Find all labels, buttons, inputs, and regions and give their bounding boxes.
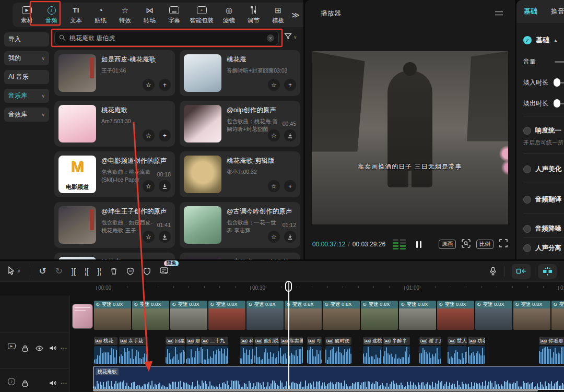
download-icon[interactable] bbox=[284, 231, 296, 243]
music-card[interactable]: 如是西皮-桃花庵歌王子01:46☆+ bbox=[54, 50, 175, 96]
toggle-audio-denoise[interactable] bbox=[523, 225, 531, 233]
mask-button[interactable] bbox=[143, 267, 151, 276]
record-mic-button[interactable] bbox=[489, 267, 497, 276]
favorite-star-icon[interactable]: ☆ bbox=[143, 79, 155, 91]
timeline-ruler[interactable]: 00:0000:3001:0001:30 bbox=[0, 282, 564, 295]
sidebar-item-music-library[interactable]: 音乐库∨ bbox=[4, 89, 49, 103]
search-bar[interactable]: × bbox=[54, 31, 279, 45]
lock-icon[interactable] bbox=[21, 343, 29, 353]
music-card[interactable]: 桃花庵~☆+ bbox=[54, 253, 175, 259]
tab-media[interactable]: ▶素材 bbox=[15, 6, 39, 25]
music-clip[interactable]: 桃花庵歌 bbox=[93, 366, 564, 390]
aspect-ratio-button[interactable]: 比例 bbox=[476, 240, 494, 250]
favorite-star-icon[interactable]: ☆ bbox=[143, 231, 155, 243]
video-clip[interactable]: ↻变速 0.8X bbox=[323, 301, 360, 330]
delete-button[interactable] bbox=[110, 267, 118, 275]
lock-icon[interactable] bbox=[21, 378, 29, 388]
speaker-icon[interactable] bbox=[48, 343, 57, 353]
subtitle-clip[interactable]: Aa这桃 bbox=[363, 337, 382, 364]
download-icon[interactable] bbox=[284, 129, 296, 141]
sidebar-item-mine[interactable]: 我的∨ bbox=[4, 51, 49, 65]
fullscreen-icon[interactable] bbox=[499, 239, 508, 250]
tab-adjust[interactable]: 调节 bbox=[241, 6, 266, 25]
music-card[interactable]: @古调今吟创作的原声包含歌曲：一花一世界-李志辉01:12☆ bbox=[180, 202, 300, 248]
delete-right-button[interactable]: ]¦ bbox=[97, 268, 101, 275]
filter-sort-button[interactable]: ∨ bbox=[284, 32, 297, 42]
playhead[interactable] bbox=[288, 282, 289, 390]
favorite-star-icon[interactable]: ☆ bbox=[268, 79, 280, 91]
delete-left-button[interactable]: ¦[ bbox=[85, 268, 89, 275]
playhead-handle[interactable] bbox=[285, 281, 292, 292]
subtitle-clip[interactable]: Aa半醉半 bbox=[383, 337, 410, 364]
tab-effects[interactable]: ☆特效 bbox=[113, 6, 137, 25]
subtitle-clip[interactable]: Aa回星 bbox=[166, 337, 185, 364]
subtitle-clip[interactable]: Aa谢了又 bbox=[419, 337, 441, 364]
music-card[interactable]: 桃花庵歌-剪辑版张小九00:32☆+ bbox=[180, 151, 300, 197]
subtitle-clip[interactable]: Aa那 bbox=[186, 337, 200, 364]
tab-voice-change[interactable]: 换音色 bbox=[551, 7, 564, 16]
subtitle-clip[interactable]: Aa可 bbox=[307, 337, 322, 364]
sidebar-item-sound-effects[interactable]: 音效库∨ bbox=[4, 108, 49, 122]
undo-button[interactable]: ↺ bbox=[39, 267, 46, 276]
tab-basic[interactable]: 基础 bbox=[524, 7, 537, 16]
select-cursor-button[interactable]: ∨ bbox=[7, 266, 21, 276]
favorite-star-icon[interactable]: ☆ bbox=[268, 231, 280, 243]
video-clip[interactable]: ↻变速 0.8X bbox=[513, 301, 550, 330]
basic-section-header[interactable]: ✓ 基础 ▲ bbox=[523, 35, 558, 45]
video-clip[interactable]: ↻变速 0.8X bbox=[132, 301, 169, 330]
music-card[interactable]: M电影频道@电影频道创作的原声包含歌曲：桃花庵歌 (Skit)-Ice Pape… bbox=[54, 151, 175, 197]
more-options-icon[interactable]: ⋯ bbox=[60, 343, 68, 353]
slider-track-volume[interactable] bbox=[555, 61, 564, 63]
expand-tabs-icon[interactable]: ≫ bbox=[291, 10, 300, 20]
video-clip[interactable]: ↻变速 0.8X bbox=[285, 301, 322, 330]
add-to-track-icon[interactable]: + bbox=[159, 129, 171, 141]
redo-button[interactable]: ↻ bbox=[55, 267, 63, 276]
smart-crop-button[interactable]: AI bbox=[126, 267, 134, 276]
subtitle-clip[interactable]: Aa世人 bbox=[448, 337, 467, 364]
tab-sticker[interactable]: ◔贴纸 bbox=[88, 6, 113, 25]
subtitle-clip[interactable]: Aa二十九 bbox=[201, 337, 228, 364]
lyrics-recognition-button[interactable]: 限免 bbox=[160, 267, 168, 276]
snap-toggle-button[interactable] bbox=[512, 264, 531, 279]
video-clip[interactable]: ↻变速 0.8X bbox=[246, 301, 284, 330]
video-clip[interactable]: ↻变速 0.8X bbox=[94, 301, 131, 330]
music-card[interactable]: 桃花庵音阙诗听+封茗囧菌03:03☆+ bbox=[180, 50, 300, 96]
tab-transition[interactable]: ⋈转场 bbox=[137, 6, 162, 25]
tab-text[interactable]: TI文本 bbox=[64, 6, 88, 25]
subtitle-clip[interactable]: Aa醒时便 bbox=[325, 337, 351, 364]
eye-icon[interactable] bbox=[34, 343, 44, 353]
toggle-vocal-beautify[interactable] bbox=[523, 165, 531, 173]
subtitle-clip[interactable]: Aa你看那 bbox=[539, 337, 564, 364]
add-to-track-icon[interactable]: + bbox=[159, 79, 171, 91]
favorite-star-icon[interactable]: ☆ bbox=[143, 180, 155, 192]
toggle-loudness-unify[interactable] bbox=[523, 127, 531, 135]
slider-handle[interactable] bbox=[554, 78, 560, 87]
video-clip[interactable]: ↻变速 0.8X bbox=[475, 301, 512, 330]
video-clip[interactable]: ↻变速 0.8X bbox=[170, 301, 207, 330]
focus-zoom-icon[interactable] bbox=[462, 239, 471, 250]
download-icon[interactable] bbox=[159, 231, 171, 243]
split-button[interactable]: ][ bbox=[72, 268, 76, 275]
subtitle-clip[interactable]: Aa靠卖画 bbox=[280, 337, 303, 364]
toggle-audio-translate[interactable] bbox=[523, 196, 531, 204]
search-input[interactable] bbox=[68, 34, 264, 42]
pause-button[interactable] bbox=[416, 241, 421, 248]
video-clip[interactable]: ↻变速 0.8X bbox=[399, 301, 436, 330]
add-to-track-icon[interactable]: + bbox=[284, 180, 296, 192]
speaker-icon[interactable] bbox=[48, 378, 57, 388]
subtitle-clip[interactable]: Aa功名 bbox=[468, 337, 485, 364]
video-clip[interactable]: ↻变速 0.8X bbox=[208, 301, 245, 330]
original-quality-button[interactable]: 原画 bbox=[439, 240, 456, 250]
video-clip[interactable]: ↻变速 0.8X bbox=[361, 301, 398, 330]
player-menu-icon[interactable] bbox=[495, 9, 503, 18]
music-card[interactable]: @oilp创作的原声包含歌曲：桃花庵-音阙诗听+封茗囧菌00:45☆ bbox=[180, 101, 300, 147]
track-cover-thumbnail[interactable] bbox=[72, 304, 93, 329]
tab-template[interactable]: ⊞模板 bbox=[266, 6, 290, 25]
music-card[interactable]: @唐伯虎Annie创作的原声☆ bbox=[180, 253, 300, 259]
music-card[interactable]: 桃花庵歌Am7.503:30☆+ bbox=[54, 101, 175, 147]
subtitle-clip[interactable]: Aa亲手栽 bbox=[119, 337, 148, 364]
horizontal-scrollbar[interactable] bbox=[93, 389, 538, 391]
toggle-vocal-separate[interactable] bbox=[523, 244, 531, 252]
subtitle-clip[interactable]: Aa他们说 bbox=[254, 337, 279, 364]
checkbox-checked-icon[interactable]: ✓ bbox=[523, 36, 532, 44]
